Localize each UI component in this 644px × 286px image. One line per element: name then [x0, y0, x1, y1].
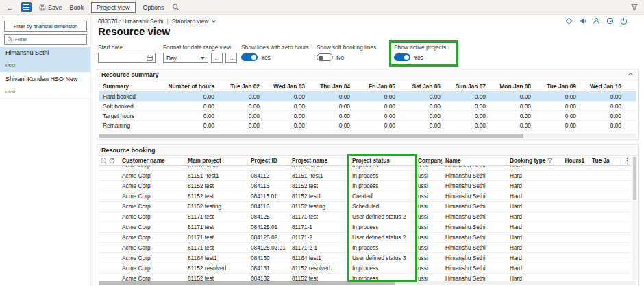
summary-column-header[interactable]: Mon Jan 08 — [497, 83, 542, 90]
booking-cell[interactable]: 81152 test — [185, 182, 248, 189]
booking-cell[interactable]: Acme Corp — [119, 265, 185, 272]
refresh-icon[interactable] — [109, 158, 115, 164]
booking-cell[interactable]: Hard — [507, 172, 554, 179]
booking-cell[interactable]: Himanshu Sethi — [443, 203, 507, 210]
active-projects-toggle[interactable] — [394, 53, 410, 61]
booking-cell[interactable]: Hard — [507, 234, 554, 241]
booking-cell[interactable]: 81171-1 — [289, 224, 349, 230]
booking-cell[interactable]: Himanshu Sethi — [443, 265, 507, 272]
booking-cell[interactable]: 81151- test1 — [185, 172, 248, 179]
summary-column-header[interactable]: Tue Jan 09 — [542, 83, 587, 90]
booking-cell[interactable]: 084130 — [248, 254, 289, 261]
filter-funnel-button[interactable] — [631, 4, 638, 11]
booking-horizontal-scrollbar[interactable] — [99, 281, 636, 285]
summary-column-header[interactable]: Tue Jan 02 — [225, 83, 271, 90]
summary-column-header[interactable]: Sat Jan 06 — [406, 83, 451, 90]
share-icon[interactable] — [565, 17, 573, 25]
booking-row[interactable]: Acme Corp81171 test084125.0281171-2User … — [99, 233, 632, 243]
booking-row[interactable]: Acme Corp81152 testing08411681152 testin… — [99, 202, 632, 212]
summary-column-header[interactable]: Wed Jan 10 — [587, 83, 632, 90]
book-button[interactable]: Book — [70, 4, 84, 11]
booking-cell[interactable]: Acme Corp — [119, 254, 185, 261]
booking-cell[interactable]: In process — [349, 275, 415, 281]
view-selector[interactable]: Standard view — [172, 18, 209, 25]
back-button[interactable]: ← — [6, 3, 14, 12]
booking-cell[interactable]: ussi — [415, 166, 443, 169]
booking-cell[interactable]: Himanshu Sethi — [443, 224, 507, 230]
booking-row[interactable]: Acme Corp81152 test08411581152 testIn pr… — [99, 181, 632, 191]
booking-cell[interactable]: 81171 test — [185, 234, 248, 241]
power-sign-out-icon[interactable] — [620, 17, 628, 25]
booking-row[interactable]: Acme Corp81171 test084125.0181171-1In pr… — [99, 222, 632, 233]
booking-cell[interactable]: Hard — [507, 244, 554, 251]
tab-project-view[interactable]: Project view — [91, 2, 136, 13]
booking-cell[interactable]: Himanshu Sethi — [443, 182, 507, 189]
booking-cell[interactable]: 81151- test1 — [185, 166, 248, 169]
booking-row[interactable]: Acme Corp81152 test084115.0181152 test1C… — [99, 191, 632, 202]
booking-row[interactable]: Acme Corp81152 resolved.08413181152 reso… — [99, 263, 632, 274]
booking-vertical-scrollbar[interactable] — [632, 156, 637, 280]
booking-cell[interactable]: User defined status 3 — [349, 254, 415, 261]
booking-cell[interactable]: In process — [349, 265, 415, 272]
booking-cell[interactable]: In process — [349, 244, 415, 251]
booking-cell[interactable]: ussi — [415, 254, 443, 261]
booking-cell[interactable]: 084125.01 — [248, 224, 289, 230]
chevron-down-icon[interactable] — [212, 19, 216, 23]
booking-cell[interactable]: Himanshu Sethi — [443, 166, 507, 169]
options-menu[interactable]: Options — [143, 4, 164, 11]
help-person-icon[interactable] — [593, 17, 600, 25]
booking-cell[interactable]: 084125.02 — [248, 234, 289, 241]
booking-cell[interactable]: 81152 test — [185, 193, 248, 200]
booking-cell[interactable]: 81171 test — [185, 213, 248, 220]
booking-cell[interactable]: ussi — [415, 193, 443, 200]
summary-row[interactable]: Soft booked0.000.000.000.000.000.000.000… — [99, 102, 636, 111]
booking-cell[interactable]: Hard — [507, 224, 554, 230]
booking-cell[interactable]: ussi — [415, 172, 443, 179]
booking-cell[interactable]: ussi — [415, 203, 443, 210]
summary-column-header[interactable]: Fri Jan 05 — [361, 83, 406, 90]
booking-cell[interactable]: In process — [349, 172, 415, 179]
booking-cell[interactable]: ussi — [415, 182, 443, 189]
summary-row[interactable]: Remaining0.000.000.000.000.000.000.000.0… — [99, 121, 636, 130]
booking-cell[interactable]: 81171 test — [185, 244, 248, 251]
sidebar-item[interactable]: Shivani Kundan HSO Newussi — [0, 73, 90, 99]
booking-cell[interactable]: Created — [349, 193, 415, 200]
booking-column-header[interactable]: Project ID — [248, 156, 289, 165]
booking-cell[interactable]: 81152 resolved. — [289, 265, 349, 272]
booking-cell[interactable]: Acme Corp — [119, 166, 185, 169]
booking-cell[interactable]: Acme Corp — [119, 172, 185, 179]
booking-cell[interactable]: In process — [349, 224, 415, 230]
booking-cell[interactable]: Himanshu Sethi — [443, 254, 507, 261]
booking-column-header[interactable]: Project name — [289, 156, 349, 165]
booking-cell[interactable]: Hard — [507, 213, 554, 220]
booking-cell[interactable]: In process — [349, 166, 415, 169]
summary-column-header[interactable]: Summary — [99, 83, 167, 90]
booking-cell[interactable]: Scheduled — [349, 203, 415, 210]
booking-cell[interactable]: Himanshu Sethi — [443, 193, 507, 200]
filter-by-financial-dimension-button[interactable]: Filter by financial dimension — [4, 21, 87, 32]
booking-cell[interactable]: Acme Corp — [119, 275, 185, 281]
booking-cell[interactable]: 81171-2-1 — [289, 244, 349, 251]
summary-column-header[interactable]: Thu Jan 04 — [316, 83, 361, 90]
booking-cell[interactable]: Himanshu Sethi — [443, 244, 507, 251]
save-button[interactable]: Save — [39, 4, 62, 11]
booking-cell[interactable]: Acme Corp — [119, 203, 185, 210]
booking-cell[interactable]: ussi — [415, 234, 443, 241]
previous-period-button[interactable]: ← — [211, 53, 223, 63]
booking-cell[interactable]: 81171 test — [185, 224, 248, 230]
booking-cell[interactable]: 81152 testing — [289, 203, 349, 210]
booking-cell[interactable]: 81164 test1 — [185, 254, 248, 261]
booking-cell[interactable]: Acme Corp — [119, 224, 185, 230]
booking-cell[interactable]: 084115.01 — [248, 193, 289, 200]
summary-column-header[interactable]: Wed Jan 03 — [271, 83, 316, 90]
zero-hours-toggle[interactable] — [241, 53, 258, 61]
booking-cell[interactable]: ussi — [415, 244, 443, 251]
summary-column-header[interactable]: Number of hours — [167, 83, 225, 90]
booking-cell[interactable]: 81152 test1 — [289, 193, 349, 200]
history-clock-icon[interactable] — [606, 17, 614, 25]
booking-cell[interactable]: Hard — [507, 182, 554, 189]
booking-cell[interactable]: User defined status 2 — [349, 213, 415, 220]
sidebar-item[interactable]: Himanshu Sethiussi — [0, 47, 90, 73]
start-date-input[interactable] — [98, 53, 156, 63]
booking-cell[interactable]: 084132 — [248, 275, 289, 281]
